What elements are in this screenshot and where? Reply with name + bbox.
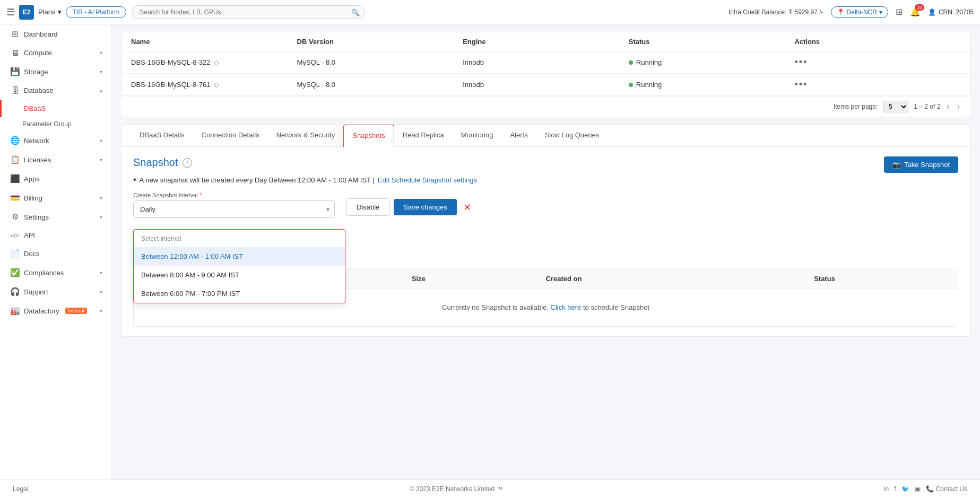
pagination-bar: Items per page: 5 10 20 1 – 2 of 2 ‹ › <box>121 96 970 117</box>
page-next-button[interactable]: › <box>956 101 961 112</box>
status-1: Running <box>629 58 795 66</box>
sidebar-label-dbaas: DBaaS <box>24 104 46 112</box>
col-status: Status <box>629 38 795 46</box>
items-per-page-select[interactable]: 5 10 20 <box>883 101 908 112</box>
tab-network-security[interactable]: Network & Security <box>268 125 344 146</box>
tabs-container: DBaaS Details Connection Details Network… <box>121 124 970 337</box>
disable-button[interactable]: Disable <box>346 198 389 216</box>
status-dot-1 <box>629 60 633 65</box>
tab-monitoring[interactable]: Monitoring <box>453 125 502 146</box>
notifications-button[interactable]: 🔔 33 <box>910 7 921 17</box>
search-input[interactable] <box>132 5 365 19</box>
network-arrow-icon: ▾ <box>100 138 102 144</box>
sidebar-item-datafactory[interactable]: 🏭 Datafactory Internal ▾ <box>0 301 111 320</box>
contact-label: Contact Us <box>936 485 967 493</box>
status-2: Running <box>629 81 795 89</box>
internal-badge: Internal <box>65 308 86 314</box>
network-icon: 🌐 <box>10 136 20 145</box>
col-engine: Engine <box>463 38 629 46</box>
datafactory-icon: 🏭 <box>10 306 20 316</box>
action-buttons: Disable Save changes ✕ <box>346 198 471 216</box>
main-layout: ⊞ Dashboard 🖥 Compute ▾ 💾 Storage ▾ 🗄 Da… <box>0 24 980 479</box>
rss-icon[interactable]: ▣ <box>915 485 921 493</box>
footer-social: in f 🐦 ▣ 📞 Contact Us <box>884 485 967 493</box>
interval-select[interactable]: Daily <box>133 200 335 218</box>
tab-alerts[interactable]: Alerts <box>501 125 536 146</box>
region-arrow-icon: ▾ <box>879 8 882 16</box>
contact-us[interactable]: 📞 Contact Us <box>926 485 967 493</box>
table-row-2: DBS-16GB-MySQL-8-761 ◇ MySQL - 8.0 Innod… <box>122 74 970 95</box>
snapshot-content: Snapshot ? 📷 Take Snapshot • A new snaps… <box>122 147 970 336</box>
col-actions: Actions <box>794 38 960 46</box>
bullet-icon: • <box>133 175 136 185</box>
sidebar-item-parameter-group[interactable]: Parameter Group <box>0 117 111 131</box>
sidebar-item-dashboard[interactable]: ⊞ Dashboard <box>0 24 111 43</box>
actions-button-2[interactable]: ••• <box>794 79 960 90</box>
grid-icon-button[interactable]: ⊞ <box>896 7 903 17</box>
instance-name-1: DBS-16GB-MySQL-8-322 ◇ <box>131 58 297 66</box>
sidebar-item-storage[interactable]: 💾 Storage ▾ <box>0 62 111 81</box>
save-changes-button[interactable]: Save changes <box>394 199 456 215</box>
close-icon[interactable]: ✕ <box>463 202 471 213</box>
sidebar-item-network[interactable]: 🌐 Network ▾ <box>0 131 111 150</box>
plans-arrow-icon: ▾ <box>58 8 62 16</box>
col-name: Name <box>131 38 297 46</box>
plans-button[interactable]: Plans ▾ <box>38 8 62 16</box>
info-text: A new snapshot will be created every Day… <box>140 176 375 184</box>
copy-icon-1[interactable]: ◇ <box>214 58 219 66</box>
dropdown-option-3[interactable]: Between 6:00 PM - 7:00 PM IST <box>134 284 345 303</box>
sidebar: ⊞ Dashboard 🖥 Compute ▾ 💾 Storage ▾ 🗄 Da… <box>0 24 111 479</box>
topnav-right: Infra Credit Balance: ₹ 5929.97 /- 📍 Del… <box>729 6 974 18</box>
tab-snapshots[interactable]: Snapshots <box>343 125 394 147</box>
take-snapshot-button[interactable]: 📷 Take Snapshot <box>884 156 958 173</box>
snap-col-size: Size <box>412 275 546 283</box>
sidebar-item-docs[interactable]: 📄 Docs <box>0 244 111 263</box>
sidebar-item-compute[interactable]: 🖥 Compute ▾ <box>0 43 111 62</box>
help-icon[interactable]: ? <box>183 158 192 168</box>
sidebar-item-support[interactable]: 🎧 Support ▾ <box>0 282 111 301</box>
sidebar-item-dbaas[interactable]: DBaaS <box>0 100 111 117</box>
tab-dbaas-details[interactable]: DBaaS Details <box>131 125 193 146</box>
interval-form: Create Snapshot Interval * Daily ▾ <box>133 192 958 218</box>
interval-dropdown: Select interval Between 12:00 AM - 1:00 … <box>133 229 345 303</box>
user-button[interactable]: 👤 CRN. 20705 <box>928 8 974 16</box>
legal-link[interactable]: Legal <box>13 485 28 493</box>
facebook-icon[interactable]: f <box>894 485 896 493</box>
items-per-page-label: Items per page: <box>834 103 878 110</box>
credit-label: Infra Credit Balance: <box>729 8 786 16</box>
page-prev-button[interactable]: ‹ <box>946 101 950 112</box>
click-here-link[interactable]: Click here <box>551 303 582 311</box>
sidebar-item-billing[interactable]: 💳 Billing ▾ <box>0 188 111 207</box>
linkedin-icon[interactable]: in <box>884 485 889 493</box>
dropdown-option-1[interactable]: Between 12:00 AM - 1:00 AM IST <box>134 247 345 266</box>
sidebar-item-settings[interactable]: ⚙ Settings ▾ <box>0 207 111 226</box>
db-version-2: MySQL - 8.0 <box>297 81 463 89</box>
copy-icon-2[interactable]: ◇ <box>214 81 219 89</box>
engine-1: Innodb <box>463 58 629 66</box>
tab-slow-log[interactable]: Slow Log Queries <box>536 125 608 146</box>
hamburger-icon[interactable]: ☰ <box>6 6 15 18</box>
phone-icon: 📞 <box>926 485 934 493</box>
sidebar-item-apps[interactable]: ⬛ Apps <box>0 169 111 188</box>
db-instances-table: Name DB Version Engine Status Actions DB… <box>121 32 970 96</box>
copyright-text: © 2023 E2E Networks Limited ™ <box>410 485 503 493</box>
actions-button-1[interactable]: ••• <box>794 57 960 68</box>
sidebar-item-licenses[interactable]: 📋 Licenses ▾ <box>0 150 111 169</box>
billing-arrow-icon: ▾ <box>100 195 102 201</box>
sidebar-item-database[interactable]: 🗄 Database ▴ <box>0 81 111 100</box>
sidebar-item-api[interactable]: </> API <box>0 226 111 244</box>
sidebar-label-api: API <box>24 231 35 239</box>
platform-badge[interactable]: TIR - AI Platform <box>66 6 127 18</box>
user-label: CRN. 20705 <box>939 8 974 16</box>
tab-connection-details[interactable]: Connection Details <box>193 125 268 146</box>
sidebar-item-compliances[interactable]: ✅ Compliances ▾ <box>0 263 111 282</box>
region-selector[interactable]: 📍 Delhi-NCR ▾ <box>831 6 888 18</box>
edit-schedule-link[interactable]: Edit Schedule Snapshot settings <box>378 176 477 184</box>
compliances-icon: ✅ <box>10 268 20 277</box>
twitter-icon[interactable]: 🐦 <box>901 485 909 493</box>
col-db-version: DB Version <box>297 38 463 46</box>
dropdown-option-2[interactable]: Between 8:00 AM - 9:00 AM IST <box>134 266 345 284</box>
tab-read-replica[interactable]: Read Replica <box>394 125 453 146</box>
user-icon: 👤 <box>928 8 936 16</box>
sidebar-label-network: Network <box>24 137 49 145</box>
